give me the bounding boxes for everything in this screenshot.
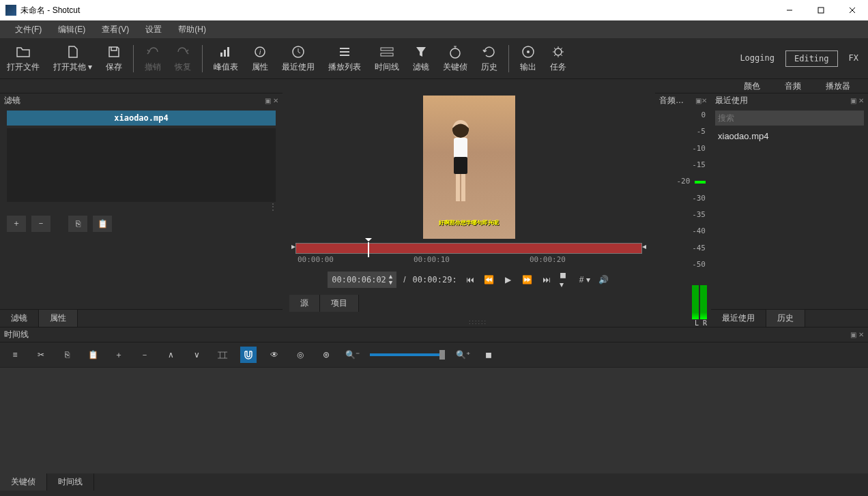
time-ruler[interactable]: 00:00:00 00:00:10 00:00:20 (295, 254, 643, 267)
keyframes-button[interactable]: 关键侦 (436, 40, 474, 77)
mode-player[interactable]: 播放器 (813, 79, 863, 93)
panel-controls-icon[interactable]: ▣ ✕ (850, 97, 864, 104)
tab-properties[interactable]: 属性 (39, 310, 78, 327)
add-filter-button[interactable]: ＋ (7, 216, 26, 232)
spinner-icon: ▲▼ (389, 274, 392, 286)
tab-history[interactable]: 历史 (766, 310, 805, 327)
lift-button[interactable]: ∧ (162, 347, 179, 363)
history-button[interactable]: 历史 (474, 40, 504, 77)
save-button[interactable]: 保存 (99, 40, 129, 77)
timeline-menu-button[interactable]: ≡ (7, 347, 23, 363)
out-marker-icon[interactable]: ◂ (642, 242, 646, 251)
panel-controls-icon[interactable]: ▣ ✕ (850, 331, 864, 338)
forward-button[interactable]: ⏩ (521, 274, 534, 286)
zoom-menu-button[interactable]: ◼ ▾ (560, 274, 572, 286)
skip-start-button[interactable]: ⏮ (464, 274, 476, 286)
close-button[interactable] (837, 0, 868, 20)
tab-source[interactable]: 源 (289, 295, 320, 312)
zoom-out-button[interactable]: 🔍⁻ (344, 347, 360, 363)
document-icon (67, 44, 79, 60)
timeline-tracks[interactable] (0, 368, 868, 473)
peak-button[interactable]: 峰值表 (207, 40, 245, 77)
panel-controls-icon[interactable]: ▣ ✕ (265, 97, 278, 104)
recent-panel: 最近使用▣ ✕ xiaodao.mp4 最近使用 历史 (711, 93, 868, 327)
tab-project[interactable]: 项目 (320, 295, 359, 312)
recent-item[interactable]: xiaodao.mp4 (711, 128, 868, 144)
recent-button[interactable]: 最近使用 (275, 40, 321, 77)
tab-filters[interactable]: 滤镜 (0, 310, 39, 327)
timeline-button[interactable]: 时间线 (368, 40, 406, 77)
menu-help[interactable]: 帮助(H) (170, 20, 214, 38)
history-icon (482, 44, 496, 60)
maximize-button[interactable] (805, 0, 837, 20)
jobs-button[interactable]: 任务 (543, 40, 573, 77)
main-toolbar: 打开文件 打开其他 ▾ 保存 撤销 恢复 峰值表 i属性 最近使用 播放列表 时… (0, 38, 868, 79)
open-other-button[interactable]: 打开其他 ▾ (46, 40, 99, 77)
scrubber[interactable] (295, 243, 642, 254)
svg-rect-5 (224, 50, 226, 57)
titlebar: 未命名 - Shotcut (0, 0, 868, 20)
zoom-slider[interactable] (370, 353, 445, 356)
skip-end-button[interactable]: ⏭ (540, 274, 553, 286)
tab-timeline[interactable]: 时间线 (47, 473, 94, 491)
drag-handle-icon[interactable]: :::::: (469, 319, 487, 325)
copy-button[interactable]: ⎘ (59, 347, 75, 363)
paste-button[interactable]: 📋 (85, 347, 101, 363)
mode-audio[interactable]: 音频 (772, 79, 813, 93)
mode-color[interactable]: 颜色 (732, 79, 772, 93)
cut-button[interactable]: ✂ (33, 347, 49, 363)
playlist-button[interactable]: 播放列表 (321, 40, 368, 77)
search-input[interactable] (715, 111, 864, 126)
menu-file[interactable]: 文件(F) (7, 20, 50, 38)
panel-controls-icon[interactable]: ▣✕ (695, 97, 707, 104)
menu-view[interactable]: 查看(V) (93, 20, 137, 38)
copy-filter-button[interactable]: ⎘ (68, 216, 87, 232)
scrub-button[interactable]: 👁 (266, 347, 283, 363)
redo-button[interactable]: 恢复 (168, 40, 198, 77)
zoom-fit-button[interactable]: ◼ (480, 347, 497, 363)
overwrite-button[interactable]: ∨ (188, 347, 205, 363)
tab-keyframes[interactable]: 关键侦 (0, 473, 47, 491)
app-icon (5, 5, 16, 16)
transport-controls: 00:00:06:02▲▼ / 00:00:29: ⏮ ⏪ ▶ ⏩ ⏭ ◼ ▾ … (328, 272, 609, 288)
timecode-input[interactable]: 00:00:06:02▲▼ (328, 272, 396, 288)
menu-edit[interactable]: 编辑(E) (50, 20, 93, 38)
ripple-all-button[interactable]: ⊛ (318, 347, 334, 363)
svg-point-12 (450, 48, 460, 58)
mode-editing[interactable]: Editing (785, 50, 838, 67)
properties-button[interactable]: i属性 (245, 40, 275, 77)
open-file-button[interactable]: 打开文件 (0, 40, 46, 77)
grid-menu-button[interactable]: # ▾ (579, 274, 591, 286)
ripple-button[interactable]: ◎ (292, 347, 308, 363)
mode-fx[interactable]: FX (841, 50, 867, 67)
minimize-button[interactable] (774, 0, 805, 20)
remove-filter-button[interactable]: － (31, 216, 50, 232)
svg-rect-19 (456, 174, 460, 201)
zoom-handle[interactable] (439, 350, 445, 360)
svg-rect-6 (227, 47, 229, 57)
svg-rect-20 (461, 174, 465, 201)
paste-filter-button[interactable]: 📋 (93, 216, 112, 232)
export-button[interactable]: 输出 (513, 40, 543, 77)
video-preview[interactable]: 好啊那你想学哪句即兴呢 (423, 96, 515, 239)
rewind-button[interactable]: ⏪ (483, 274, 495, 286)
append-button[interactable]: ＋ (111, 347, 127, 363)
tab-recent[interactable]: 最近使用 (711, 310, 766, 327)
svg-rect-11 (381, 53, 393, 56)
remove-button[interactable]: － (136, 347, 153, 363)
menu-settings[interactable]: 设置 (137, 20, 170, 38)
split-button[interactable]: ⌶⌶ (214, 347, 231, 363)
filters-file-chip[interactable]: xiaodao.mp4 (7, 111, 276, 126)
audio-meter-l (692, 285, 699, 319)
undo-button[interactable]: 撤销 (138, 40, 168, 77)
filters-button[interactable]: 滤镜 (406, 40, 436, 77)
zoom-in-button[interactable]: 🔍⁺ (454, 347, 471, 363)
peak-led-icon (695, 181, 700, 184)
volume-button[interactable]: 🔊 (598, 274, 610, 286)
filters-list (7, 128, 276, 202)
window-title: 未命名 - Shotcut (20, 5, 774, 16)
play-button[interactable]: ▶ (502, 274, 515, 286)
mode-logging[interactable]: Logging (732, 50, 783, 67)
snap-button[interactable] (240, 347, 257, 363)
svg-point-14 (527, 50, 530, 53)
